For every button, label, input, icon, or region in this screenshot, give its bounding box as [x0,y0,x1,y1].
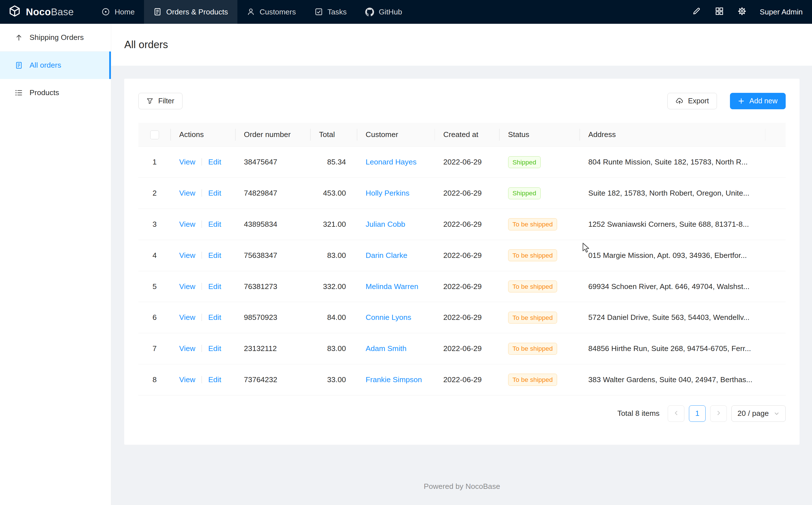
address-cell: 84856 Hirthe Run, Suite 268, 94754-6705,… [580,333,765,364]
settings-button[interactable] [732,0,752,24]
action-divider [202,189,202,197]
add-new-button[interactable]: Add new [730,93,786,110]
row-index[interactable]: 4 [139,240,171,271]
status-badge: To be shipped [508,218,557,230]
customer-link[interactable]: Adam Smith [365,344,407,353]
view-link[interactable]: View [179,158,195,166]
page-size-select[interactable]: 20 / page [731,405,785,422]
header-spacer [765,123,785,147]
edit-link[interactable]: Edit [208,313,221,322]
logo-text: NocoBase [26,6,74,18]
highlighter-icon [692,7,701,17]
status-badge: Shipped [508,156,541,168]
address-cell: Suite 182, 15783, North Robert, Oregon, … [580,178,765,209]
export-button-label: Export [688,97,709,105]
pagination-prev-button[interactable] [668,405,685,422]
table-toolbar: Filter Export [139,93,786,110]
nav-item-github[interactable]: GitHub [356,0,412,24]
sidebar-item-products[interactable]: Products [0,79,111,107]
view-link[interactable]: View [179,251,195,260]
nav-item-home[interactable]: Home [92,0,144,24]
tasks-icon [315,8,323,16]
customer-link[interactable]: Frankie Simpson [365,375,422,384]
ui-editor-button[interactable] [686,0,707,24]
toolbar-right: Export Add new [667,93,785,110]
table-row: 7 ViewEdit 23132112 83.00 Adam Smith 202… [139,333,786,364]
pagination-page-1[interactable]: 1 [689,405,706,422]
plugins-button[interactable] [709,0,730,24]
select-all-checkbox[interactable] [150,131,159,139]
nav-item-orders-products[interactable]: Orders & Products [144,0,237,24]
home-icon [101,8,110,16]
app-root: NocoBase Home Orders & Products [0,0,812,505]
customer-link[interactable]: Julian Cobb [365,220,405,228]
table-row: 5 ViewEdit 76381273 332.00 Melinda Warre… [139,271,786,302]
logo-cube-icon [8,5,21,19]
created-at-cell: 2022-06-29 [435,240,500,271]
view-link[interactable]: View [179,282,195,291]
edit-link[interactable]: Edit [208,282,221,291]
filter-button[interactable]: Filter [139,93,183,110]
orders-icon [153,8,162,16]
order-number-cell: 74829847 [236,178,311,209]
customer-link[interactable]: Connie Lyons [365,313,411,322]
nav-item-tasks[interactable]: Tasks [305,0,356,24]
customer-link[interactable]: Melinda Warren [365,282,418,291]
current-user-menu[interactable]: Super Admin [760,8,803,16]
address-cell: 804 Runte Mission, Suite 182, 15783, Nor… [580,147,765,178]
action-divider [202,314,202,321]
action-divider [202,220,202,228]
row-index[interactable]: 7 [139,333,171,364]
row-index[interactable]: 6 [139,302,171,333]
status-badge: Shipped [508,187,541,199]
edit-link[interactable]: Edit [208,158,221,166]
action-divider [202,251,202,259]
edit-link[interactable]: Edit [208,220,221,228]
top-navbar: NocoBase Home Orders & Products [0,0,812,24]
created-at-cell: 2022-06-29 [435,209,500,240]
customer-link[interactable]: Leonard Hayes [365,158,417,166]
created-at-cell: 2022-06-29 [435,178,500,209]
main-menu: Home Orders & Products C [92,0,412,24]
customer-link[interactable]: Darin Clarke [365,251,407,260]
address-cell: 015 Margie Mission, Apt. 093, 34936, Ebe… [580,240,765,271]
view-link[interactable]: View [179,344,195,353]
sidebar-item-shipping-orders[interactable]: Shipping Orders [0,24,111,51]
pagination-next-button[interactable] [710,405,727,422]
view-link[interactable]: View [179,375,195,384]
address-cell: 69934 Schoen River, Apt. 646, 49704, Wal… [580,271,765,302]
edit-link[interactable]: Edit [208,375,221,384]
arrow-up-icon [15,34,23,41]
github-icon [365,8,374,16]
customer-link[interactable]: Holly Perkins [365,189,410,197]
created-at-cell: 2022-06-29 [435,364,500,395]
status-badge: To be shipped [508,249,557,261]
action-divider [202,283,202,290]
edit-link[interactable]: Edit [208,344,221,353]
view-link[interactable]: View [179,189,195,197]
row-index[interactable]: 1 [139,147,171,178]
nav-item-customers[interactable]: Customers [237,0,305,24]
chevron-left-icon [673,409,679,417]
view-link[interactable]: View [179,220,195,228]
row-index[interactable]: 8 [139,364,171,395]
chevron-right-icon [716,409,722,417]
nocobase-logo[interactable]: NocoBase [0,0,85,24]
edit-link[interactable]: Edit [208,189,221,197]
column-header-status: Status [500,123,580,147]
row-index[interactable]: 3 [139,209,171,240]
total-cell: 332.00 [311,271,357,302]
add-new-button-label: Add new [750,97,778,105]
created-at-cell: 2022-06-29 [435,333,500,364]
status-badge: To be shipped [508,343,557,355]
page-size-value: 20 / page [738,409,769,418]
view-link[interactable]: View [179,313,195,322]
order-number-cell: 43895834 [236,209,311,240]
sidebar-item-all-orders[interactable]: All orders [0,51,111,79]
orders-table-card: Filter Export [124,79,800,445]
export-button[interactable]: Export [667,93,717,110]
row-index[interactable]: 2 [139,178,171,209]
total-cell: 33.00 [311,364,357,395]
row-index[interactable]: 5 [139,271,171,302]
edit-link[interactable]: Edit [208,251,221,260]
